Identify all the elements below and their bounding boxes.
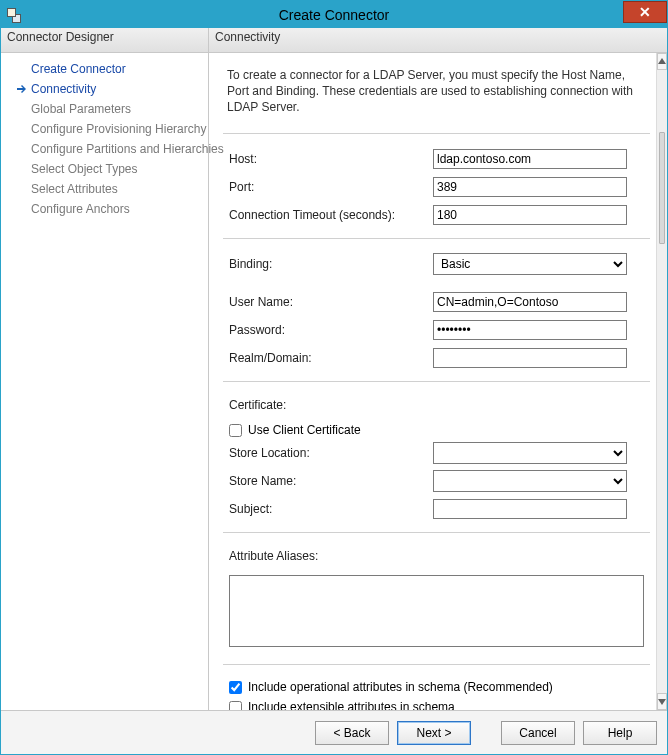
- store-name-select[interactable]: [433, 470, 627, 492]
- attribute-aliases-textarea[interactable]: [229, 575, 644, 647]
- sidebar-item-label: Global Parameters: [29, 102, 131, 116]
- username-label: User Name:: [223, 295, 433, 309]
- sidebar-item-global-parameters[interactable]: Global Parameters: [1, 99, 208, 119]
- window-body: Connector Designer Create Connector Conn…: [1, 28, 667, 710]
- main-header: Connectivity: [209, 28, 667, 53]
- cancel-button[interactable]: Cancel: [501, 721, 575, 745]
- sidebar-item-anchors[interactable]: Configure Anchors: [1, 199, 208, 219]
- row-username: User Name:: [223, 289, 650, 315]
- content-area: To create a connector for a LDAP Server,…: [209, 53, 656, 710]
- row-store-name: Store Name:: [223, 468, 650, 494]
- password-input[interactable]: [433, 320, 627, 340]
- window-title: Create Connector: [1, 7, 667, 23]
- store-name-label: Store Name:: [223, 474, 433, 488]
- divider: [223, 133, 650, 134]
- divider: [223, 664, 650, 665]
- back-button[interactable]: < Back: [315, 721, 389, 745]
- sidebar-item-label: Configure Partitions and Hierarchies: [29, 142, 224, 156]
- store-location-label: Store Location:: [223, 446, 433, 460]
- sidebar-item-label: Create Connector: [29, 62, 126, 76]
- subject-label: Subject:: [223, 502, 433, 516]
- footer-button-bar: < Back Next > Cancel Help: [1, 710, 667, 754]
- create-connector-window: Create Connector ✕ Connector Designer Cr…: [0, 0, 668, 755]
- divider: [223, 532, 650, 533]
- current-step-arrow-icon: [15, 84, 29, 94]
- binding-select[interactable]: Basic: [433, 253, 627, 275]
- help-button[interactable]: Help: [583, 721, 657, 745]
- store-location-select[interactable]: [433, 442, 627, 464]
- sidebar-item-label: Configure Anchors: [29, 202, 130, 216]
- include-operational-checkbox[interactable]: [229, 681, 242, 694]
- scroll-up-arrow-icon[interactable]: [657, 53, 667, 70]
- sidebar-item-label: Configure Provisioning Hierarchy: [29, 122, 206, 136]
- realm-label: Realm/Domain:: [223, 351, 433, 365]
- sidebar-header: Connector Designer: [1, 28, 208, 53]
- subject-input[interactable]: [433, 499, 627, 519]
- sidebar-item-label: Select Object Types: [29, 162, 138, 176]
- sidebar-item-label: Select Attributes: [29, 182, 118, 196]
- row-use-client-cert: Use Client Certificate: [223, 420, 650, 440]
- app-icon: [7, 7, 23, 23]
- use-client-cert-checkbox[interactable]: [229, 424, 242, 437]
- row-include-extensible: Include extensible attributes in schema: [223, 697, 650, 710]
- titlebar: Create Connector ✕: [1, 1, 667, 28]
- timeout-label: Connection Timeout (seconds):: [223, 208, 433, 222]
- main-body: To create a connector for a LDAP Server,…: [209, 53, 667, 710]
- sidebar-item-label: Connectivity: [29, 82, 96, 96]
- sidebar-item-attributes[interactable]: Select Attributes: [1, 179, 208, 199]
- aliases-label: Attribute Aliases:: [223, 545, 650, 571]
- sidebar-item-provisioning-hierarchy[interactable]: Configure Provisioning Hierarchy: [1, 119, 208, 139]
- vertical-scrollbar[interactable]: [656, 53, 667, 710]
- certificate-section-label: Certificate:: [223, 394, 650, 420]
- timeout-input[interactable]: [433, 205, 627, 225]
- realm-input[interactable]: [433, 348, 627, 368]
- intro-text: To create a connector for a LDAP Server,…: [227, 67, 644, 116]
- binding-label: Binding:: [223, 257, 433, 271]
- host-label: Host:: [223, 152, 433, 166]
- row-include-operational: Include operational attributes in schema…: [223, 677, 650, 697]
- divider: [223, 238, 650, 239]
- row-port: Port:: [223, 174, 650, 200]
- scroll-down-arrow-icon[interactable]: [657, 693, 667, 710]
- include-extensible-checkbox[interactable]: [229, 701, 242, 710]
- sidebar-items: Create Connector Connectivity Global Par…: [1, 53, 208, 219]
- sidebar-item-create-connector[interactable]: Create Connector: [1, 59, 208, 79]
- next-button[interactable]: Next >: [397, 721, 471, 745]
- row-timeout: Connection Timeout (seconds):: [223, 202, 650, 228]
- close-icon: ✕: [639, 4, 651, 20]
- scroll-thumb[interactable]: [659, 132, 665, 244]
- row-binding: Binding: Basic: [223, 251, 650, 277]
- row-store-location: Store Location:: [223, 440, 650, 466]
- include-operational-label[interactable]: Include operational attributes in schema…: [248, 680, 553, 694]
- main-pane: Connectivity To create a connector for a…: [209, 28, 667, 710]
- sidebar: Connector Designer Create Connector Conn…: [1, 28, 209, 710]
- scroll-track[interactable]: [657, 246, 667, 693]
- row-password: Password:: [223, 317, 650, 343]
- sidebar-item-object-types[interactable]: Select Object Types: [1, 159, 208, 179]
- include-extensible-label[interactable]: Include extensible attributes in schema: [248, 700, 455, 710]
- host-input[interactable]: [433, 149, 627, 169]
- use-client-cert-label[interactable]: Use Client Certificate: [248, 423, 361, 437]
- sidebar-item-partitions-hierarchies[interactable]: Configure Partitions and Hierarchies: [1, 139, 208, 159]
- row-host: Host:: [223, 146, 650, 172]
- row-realm: Realm/Domain:: [223, 345, 650, 371]
- close-button[interactable]: ✕: [623, 1, 667, 23]
- port-label: Port:: [223, 180, 433, 194]
- username-input[interactable]: [433, 292, 627, 312]
- password-label: Password:: [223, 323, 433, 337]
- port-input[interactable]: [433, 177, 627, 197]
- divider: [223, 381, 650, 382]
- sidebar-item-connectivity[interactable]: Connectivity: [1, 79, 208, 99]
- row-subject: Subject:: [223, 496, 650, 522]
